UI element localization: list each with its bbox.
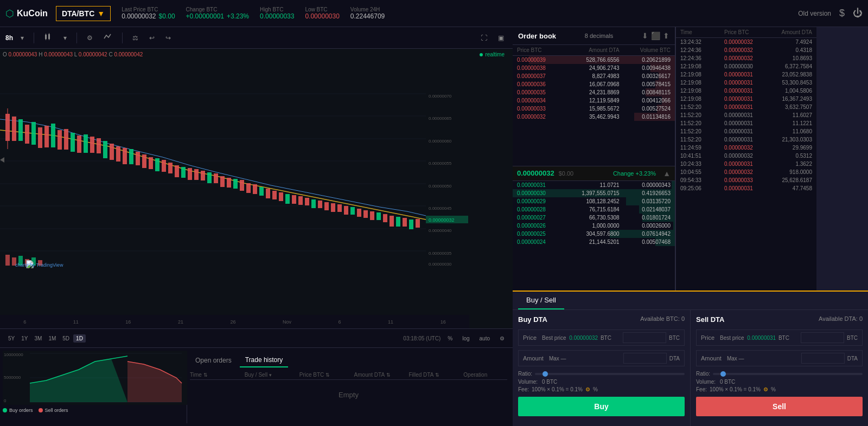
ob-buy-row[interactable]: 0.00000030 1,397,555.0715 0.41926653 xyxy=(513,189,675,197)
sell-best-price-val[interactable]: 0.00000031 xyxy=(747,335,776,341)
btn-3m[interactable]: 3M xyxy=(31,334,44,343)
ob-sell-row[interactable]: 0.00000037 8,827.4983 0.00326617 xyxy=(513,72,675,80)
svg-rect-65 xyxy=(318,201,322,208)
ob-buy-row[interactable]: 0.00000025 304,597.6800 0.07614942 xyxy=(513,230,675,238)
sell-best-price-label: Best price 0.00000031 BTC xyxy=(720,335,801,341)
ob-buy-row[interactable]: 0.00000024 21,144.5201 0.00507468 xyxy=(513,238,675,246)
pair-selector[interactable]: DTA/BTC ▼ xyxy=(56,6,111,21)
buy-price-field: Price Best price 0.00000032 BTC BTC xyxy=(518,330,685,346)
th-row: 09:25:06 0.00000031 47.7458 xyxy=(676,184,816,192)
realtime-badge: realtime xyxy=(480,51,505,57)
btn-1y[interactable]: 1Y xyxy=(18,334,30,343)
btn-chart-settings[interactable]: ⚙ xyxy=(497,334,507,343)
volume-chart-area: 10000000 5000000 0 0 xyxy=(3,351,510,423)
svg-rect-79 xyxy=(409,220,413,229)
sell-button[interactable]: Sell xyxy=(696,397,863,416)
tl-16: 16 xyxy=(125,319,131,325)
th-row: 12:19:08 0.00000031 1,004.5806 xyxy=(676,87,816,95)
toolbar-candle-btn[interactable] xyxy=(41,31,56,44)
depth-chart: 10000000 5000000 0 0 xyxy=(3,351,187,423)
toolbar-interval-btn[interactable]: ▾ xyxy=(17,32,27,44)
btn-5d[interactable]: 5D xyxy=(60,334,72,343)
toolbar-fwd-btn[interactable]: ↪ xyxy=(162,32,174,44)
ob-buy-row[interactable]: 0.00000029 108,128.2452 0.03135720 xyxy=(513,197,675,205)
ob-buy-row[interactable]: 0.00000031 11.0721 0.00000343 xyxy=(513,181,675,189)
ob-buy-row[interactable]: 0.00000027 66,730.5308 0.01801724 xyxy=(513,214,675,222)
col-amount-dta[interactable]: Amount DTA ⇅ xyxy=(354,372,409,378)
ob-sell-row[interactable]: 0.00000032 35,462.9943 0.01134816 xyxy=(513,113,675,121)
svg-rect-27 xyxy=(71,133,75,152)
buy-best-price-val[interactable]: 0.00000032 xyxy=(569,335,598,341)
toolbar-back-btn[interactable]: ↩ xyxy=(146,32,158,44)
power-icon[interactable]: ⏻ xyxy=(853,8,863,19)
toolbar-fullscreen-btn[interactable]: ⛶ xyxy=(477,32,490,44)
svg-rect-57 xyxy=(266,189,270,198)
col-buy-sell[interactable]: Buy / Sell ▾ xyxy=(245,372,299,378)
col-filled-dta[interactable]: Filled DTA ⇅ xyxy=(409,372,463,378)
svg-rect-55 xyxy=(253,184,257,194)
dollar-icon[interactable]: $ xyxy=(839,8,845,19)
change-label: Change BTC xyxy=(186,7,249,12)
ob-sell-row[interactable]: 0.00000036 16,067.0968 0.00578415 xyxy=(513,80,675,88)
toolbar-indicators-btn[interactable] xyxy=(100,31,116,44)
svg-rect-61 xyxy=(292,195,296,204)
toolbar-scale-btn[interactable]: ⚖ xyxy=(129,32,142,44)
buy-amount-input[interactable] xyxy=(623,353,667,364)
btn-1d[interactable]: 1D xyxy=(73,334,86,343)
btn-auto[interactable]: auto xyxy=(477,334,493,343)
ob-buy-row[interactable]: 0.00000028 76,715.6184 0.02148037 xyxy=(513,205,675,214)
tab-trade-history[interactable]: Trade history xyxy=(240,353,289,367)
ob-sell-row[interactable]: 0.00000039 528,766.6556 0.20621899 xyxy=(513,56,675,64)
svg-text:charts by TradingView: charts by TradingView xyxy=(15,262,63,268)
ob-split-btn[interactable]: ⬛ xyxy=(651,31,660,40)
ob-sell-rows: 0.00000039 528,766.6556 0.20621899 0.000… xyxy=(513,56,675,166)
ob-upload-btn[interactable]: ⬆ xyxy=(663,31,669,40)
btn-log[interactable]: log xyxy=(459,334,472,343)
sell-ratio-slider[interactable] xyxy=(713,373,863,375)
svg-rect-38 xyxy=(142,154,146,168)
realtime-label: realtime xyxy=(485,51,505,57)
col-time[interactable]: Time ⇅ xyxy=(190,372,245,378)
btn-pct[interactable]: % xyxy=(445,334,455,343)
old-version-link[interactable]: Old version xyxy=(798,10,831,17)
legend-buy-label: Buy orders xyxy=(9,408,33,413)
svg-rect-42 xyxy=(168,163,173,173)
chart-l: L xyxy=(74,51,77,57)
col-price-btc[interactable]: Price BTC ⇅ xyxy=(299,372,354,378)
depth-svg: 10000000 5000000 0 0 xyxy=(3,351,187,405)
svg-rect-45 xyxy=(188,168,192,180)
ob-sell-row[interactable]: 0.00000034 12,119.5849 0.00412066 xyxy=(513,96,675,105)
sell-pct-label: % xyxy=(771,386,776,392)
svg-text:0.00000050: 0.00000050 xyxy=(429,184,452,189)
buy-price-input[interactable] xyxy=(623,332,666,343)
sell-ratio-dot[interactable] xyxy=(720,371,726,377)
buy-ratio-slider[interactable] xyxy=(535,373,685,375)
stat-low: Low BTC 0.00000030 xyxy=(305,7,339,20)
toolbar-candle-type[interactable]: ▾ xyxy=(60,32,70,44)
toolbar-settings-btn[interactable]: ⚙ xyxy=(84,32,96,44)
legend-sell: Sell orders xyxy=(39,408,68,413)
btn-1m[interactable]: 1M xyxy=(46,334,59,343)
chart-svg: 0.00000032 0.00000070 0.00000065 0.00000… xyxy=(0,49,469,274)
sell-amount-input[interactable] xyxy=(801,353,845,364)
sell-fee-gear[interactable]: ⚙ xyxy=(763,386,768,392)
buy-sell-tab[interactable]: Buy / Sell xyxy=(518,292,564,309)
buy-ratio-dot[interactable] xyxy=(542,371,548,377)
col-buy-sell-label: Buy / Sell xyxy=(245,372,267,378)
ob-download-btn[interactable]: ⬇ xyxy=(642,31,648,40)
svg-rect-44 xyxy=(181,167,186,178)
sell-title: Sell DTA xyxy=(696,315,725,324)
ob-sell-row[interactable]: 0.00000038 24,906.2743 0.00946438 xyxy=(513,64,675,72)
available-btc-label: Available BTC: xyxy=(640,315,680,322)
buy-button[interactable]: Buy xyxy=(518,397,685,416)
ob-sell-row[interactable]: 0.00000033 15,985.5672 0.00527524 xyxy=(513,105,675,113)
buy-fee-gear[interactable]: ⚙ xyxy=(585,386,590,392)
ob-buy-row[interactable]: 0.00000026 1,000.0000 0.00026000 xyxy=(513,222,675,230)
btn-5y[interactable]: 5Y xyxy=(5,334,17,343)
ob-sell-row[interactable]: 0.00000035 24,231.8869 0.00848115 xyxy=(513,88,675,96)
tab-open-orders[interactable]: Open orders xyxy=(190,353,237,367)
ob-header: Order book 8 decimals ⬇ ⬛ ⬆ xyxy=(513,27,675,45)
col-operation: Operation xyxy=(463,372,507,378)
toolbar-extra-btn[interactable]: ▣ xyxy=(495,32,507,44)
sell-price-input[interactable] xyxy=(801,332,844,343)
